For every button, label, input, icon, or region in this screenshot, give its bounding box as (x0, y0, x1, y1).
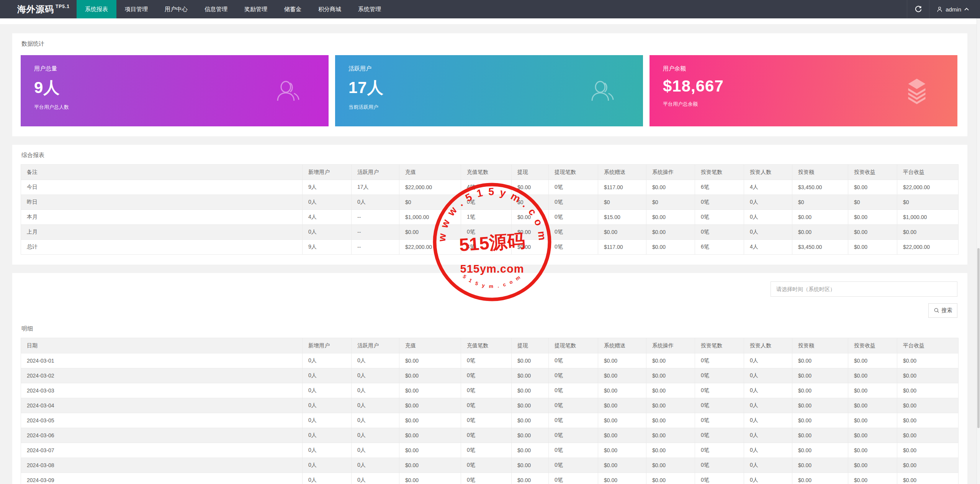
detail-section-title: 明细 (21, 325, 957, 332)
app-logo-text: 海外源码 (17, 3, 54, 15)
table-cell: 0笔 (549, 368, 598, 383)
page-scrollbar[interactable] (977, 18, 980, 484)
column-header: 系统操作 (646, 165, 695, 180)
table-cell: $0.00 (897, 458, 959, 473)
table-cell: $0.00 (399, 383, 461, 398)
table-cell: 0笔 (695, 225, 744, 240)
nav-item-系统管理[interactable]: 系统管理 (350, 0, 389, 18)
search-icon (934, 307, 940, 314)
table-cell: 0笔 (549, 225, 598, 240)
users-icon (589, 77, 616, 105)
table-cell: $0.00 (598, 225, 646, 240)
stat-card-user-balance: 用户余额 $18,667 平台用户总余额 (650, 55, 957, 126)
table-cell: $22,000.00 (897, 240, 959, 255)
table-cell: $0.00 (598, 443, 646, 458)
time-range-input[interactable] (771, 281, 957, 297)
table-cell: $0.00 (399, 413, 461, 428)
column-header: 投资人数 (744, 338, 792, 353)
column-header: 系统赠送 (598, 338, 646, 353)
table-cell: $0.00 (848, 180, 897, 195)
table-cell: 2024-03-07 (21, 443, 303, 458)
table-cell: $0.00 (512, 225, 549, 240)
table-cell: -- (352, 210, 399, 225)
nav-item-信息管理[interactable]: 信息管理 (196, 0, 236, 18)
table-cell: 0笔 (549, 180, 598, 195)
table-cell: 0人 (744, 210, 792, 225)
table-cell: $0.00 (848, 353, 897, 368)
table-row: 上月0人--$0.000笔$0.000笔$0.00$0.000笔0人$0.00$… (21, 225, 959, 240)
table-cell: $0.00 (399, 398, 461, 413)
table-row: 2024-03-070人0人$0.000笔$0.000笔$0.00$0.000笔… (21, 443, 959, 458)
table-cell: $0 (646, 195, 695, 210)
table-cell: $0.00 (512, 473, 549, 484)
table-cell: $0.00 (512, 368, 549, 383)
nav-item-用户中心[interactable]: 用户中心 (156, 0, 196, 18)
table-cell: 2024-03-02 (21, 368, 303, 383)
table-cell: 0人 (303, 413, 352, 428)
table-cell: 0笔 (695, 195, 744, 210)
nav-item-系统报表[interactable]: 系统报表 (77, 0, 116, 18)
table-cell: 0笔 (549, 353, 598, 368)
search-button-label: 搜索 (942, 307, 952, 314)
table-cell: $0.00 (792, 210, 848, 225)
table-cell: 0笔 (695, 443, 744, 458)
table-cell: $0.00 (512, 353, 549, 368)
users-icon (274, 77, 302, 105)
search-button[interactable]: 搜索 (928, 303, 957, 318)
table-cell: 0笔 (695, 210, 744, 225)
table-cell: $117.00 (598, 180, 646, 195)
table-cell: $0 (399, 195, 461, 210)
table-cell: 0笔 (695, 353, 744, 368)
user-menu[interactable]: admin (929, 0, 980, 18)
table-cell: 6笔 (695, 180, 744, 195)
table-cell: 0笔 (461, 368, 512, 383)
column-header: 系统操作 (646, 338, 695, 353)
detail-panel: 搜索 明细 日期新增用户活跃用户充值充值笔数提现提现笔数系统赠送系统操作投资笔数… (12, 273, 967, 484)
table-cell: 6笔 (695, 240, 744, 255)
table-cell: $0.00 (792, 428, 848, 443)
table-cell: $0.00 (848, 458, 897, 473)
table-cell: 4人 (744, 180, 792, 195)
table-cell: 0笔 (461, 458, 512, 473)
refresh-button[interactable] (907, 0, 929, 18)
nav-item-积分商城[interactable]: 积分商城 (310, 0, 350, 18)
stat-card-title: 用户总量 (34, 65, 329, 72)
table-cell: 0笔 (695, 398, 744, 413)
stats-panel: 数据统计 用户总量 9人 平台用户总人数 活跃用户 17人 当前活跃用户 (12, 33, 967, 136)
column-header: 充值笔数 (461, 165, 512, 180)
column-header: 投资额 (792, 338, 848, 353)
scrollbar-thumb[interactable] (977, 248, 980, 428)
nav-item-储蓄金[interactable]: 储蓄金 (276, 0, 310, 18)
table-cell: 0笔 (549, 240, 598, 255)
table-cell: $0.00 (792, 383, 848, 398)
summary-section-title: 综合报表 (21, 152, 957, 159)
nav-item-奖励管理[interactable]: 奖励管理 (236, 0, 276, 18)
table-cell: $117.00 (598, 240, 646, 255)
table-cell: $0.00 (848, 428, 897, 443)
table-cell: 0人 (352, 383, 399, 398)
table-cell: $0.00 (399, 353, 461, 368)
table-cell: 0人 (352, 353, 399, 368)
table-cell: $0.00 (897, 368, 959, 383)
column-header: 日期 (21, 338, 303, 353)
table-cell: $0.00 (512, 428, 549, 443)
table-cell: 0笔 (695, 458, 744, 473)
table-cell: $0.00 (598, 368, 646, 383)
table-row: 2024-03-060人0人$0.000笔$0.000笔$0.00$0.000笔… (21, 428, 959, 443)
column-header: 投资笔数 (695, 338, 744, 353)
table-cell: 0人 (303, 368, 352, 383)
column-header: 活跃用户 (352, 165, 399, 180)
table-cell: 17人 (352, 180, 399, 195)
username: admin (946, 6, 961, 13)
nav-item-项目管理[interactable]: 项目管理 (116, 0, 156, 18)
table-cell: 2024-03-01 (21, 353, 303, 368)
table-cell: 0人 (744, 473, 792, 484)
table-row: 昨日0人0人$00笔$00笔$0$00笔0人$0$0$0 (21, 195, 959, 210)
column-header: 活跃用户 (352, 338, 399, 353)
table-cell: 2024-03-08 (21, 458, 303, 473)
table-cell: $0.00 (897, 413, 959, 428)
column-header: 平台收益 (897, 165, 959, 180)
table-cell: $1,000.00 (399, 210, 461, 225)
column-header: 平台收益 (897, 338, 959, 353)
table-cell: 0人 (352, 473, 399, 484)
